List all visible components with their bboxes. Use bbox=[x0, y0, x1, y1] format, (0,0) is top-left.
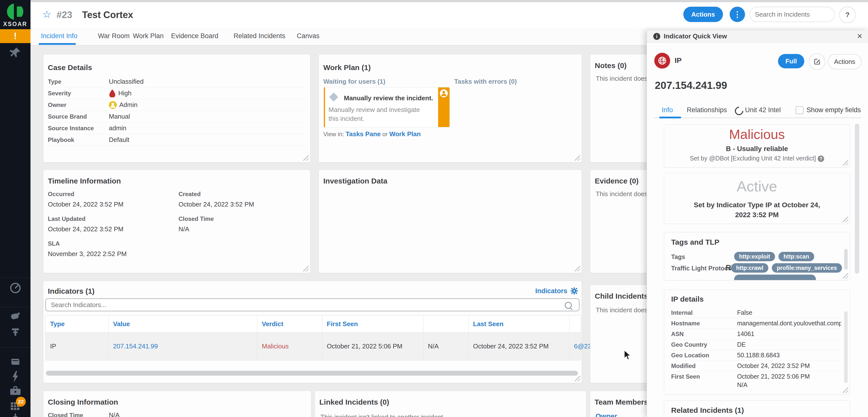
sidebar-item-automations[interactable] bbox=[0, 371, 31, 382]
tab-related-incidents[interactable]: Related Incidents bbox=[234, 32, 285, 40]
favorite-star-icon[interactable]: ☆ bbox=[42, 9, 51, 20]
ip-details-card: IP details InternalFalse Hostnamemanagem… bbox=[664, 290, 850, 395]
col-last-seen[interactable]: Last Seen bbox=[469, 315, 569, 332]
indicators-gear-icon[interactable] bbox=[570, 287, 578, 295]
tab-unit42-intel[interactable]: Unit 42 Intel bbox=[745, 106, 781, 114]
last-updated-value: October 24, 2022 3:52 PM bbox=[48, 225, 123, 233]
indicators-panel: Indicators (1) Indicators Type Value Ver… bbox=[43, 281, 582, 383]
actions-button[interactable]: Actions bbox=[683, 7, 723, 22]
sidebar-item-incidents[interactable]: ! bbox=[0, 29, 31, 43]
field-label: Type bbox=[48, 78, 109, 85]
detail-value: October 24, 2022 3:52 PM bbox=[737, 362, 810, 370]
task-description: Manually review and investigate this inc… bbox=[329, 105, 428, 123]
panel-resize-handle[interactable] bbox=[303, 266, 309, 271]
panel-title: Child Incidents ( bbox=[595, 292, 653, 300]
sidebar-item-pinned[interactable] bbox=[0, 46, 31, 59]
tab-war-room[interactable]: War Room bbox=[98, 32, 130, 40]
tab-evidence-board[interactable]: Evidence Board bbox=[171, 32, 218, 40]
sidebar-item-automation[interactable] bbox=[0, 312, 31, 321]
incident-id: #23 bbox=[57, 10, 72, 20]
panel-title: Investigation Data bbox=[323, 177, 387, 185]
sidebar-item-jobs[interactable] bbox=[0, 385, 31, 396]
table-h-scrollbar[interactable] bbox=[46, 371, 578, 376]
cell-value[interactable]: 207.154.241.99 bbox=[108, 333, 257, 360]
field-value: Default bbox=[109, 136, 129, 144]
gear-icon bbox=[10, 413, 21, 417]
work-plan-panel: Work Plan (1) Waiting for users (1) Task… bbox=[318, 54, 582, 163]
col-value[interactable]: Value bbox=[108, 315, 257, 332]
linked-empty-text: This incident isn't linked to another in… bbox=[320, 413, 443, 417]
tab-incident-info[interactable]: Incident Info bbox=[41, 32, 78, 40]
task-card[interactable]: Manually review the incident. Manually r… bbox=[324, 87, 450, 127]
question-icon[interactable]: ? bbox=[818, 155, 824, 162]
edit-indicator-button[interactable] bbox=[809, 54, 825, 70]
table-row[interactable]: IP 207.154.241.99 Malicious October 21, … bbox=[45, 333, 581, 360]
team-owner-link[interactable]: Owner bbox=[595, 412, 617, 417]
tab-canvas[interactable]: Canvas bbox=[297, 32, 319, 40]
quick-view-scrollbar[interactable] bbox=[855, 124, 859, 274]
tab-relationships[interactable]: Relationships bbox=[687, 106, 727, 114]
col-expiration[interactable] bbox=[424, 315, 469, 332]
info-tab-underline bbox=[659, 117, 681, 118]
tab-info[interactable]: Info bbox=[662, 106, 673, 114]
cell-last-seen: October 24, 2022 3:52 PM bbox=[469, 333, 569, 360]
panel-resize-handle[interactable] bbox=[575, 266, 580, 271]
col-first-seen[interactable]: First Seen bbox=[322, 315, 424, 332]
sidebar-item-playbooks[interactable] bbox=[0, 356, 31, 367]
field-label: Owner bbox=[48, 102, 109, 108]
full-view-button[interactable]: Full bbox=[778, 54, 804, 68]
ip-details-scrollbar[interactable] bbox=[844, 311, 848, 383]
tags-card-scrollbar[interactable] bbox=[844, 249, 848, 270]
card-resize-handle[interactable] bbox=[843, 273, 848, 279]
panel-title: Indicators (1) bbox=[48, 287, 94, 296]
close-icon[interactable]: × bbox=[857, 31, 862, 41]
window-top-strip bbox=[31, 0, 868, 2]
tag-pill: http:scan bbox=[778, 252, 814, 261]
sidebar-item-settings[interactable] bbox=[0, 413, 31, 417]
sidebar-item-marketplace-pin[interactable] bbox=[0, 326, 31, 338]
sidebar-item-dashboard[interactable] bbox=[0, 282, 31, 294]
work-plan-link[interactable]: Work Plan bbox=[389, 130, 421, 138]
sidebar-item-marketplace[interactable]: 22 bbox=[0, 399, 31, 412]
field-value: Manual bbox=[109, 113, 130, 120]
active-tab-underline bbox=[39, 43, 76, 45]
card-resize-handle[interactable] bbox=[843, 387, 848, 393]
card-resize-handle[interactable] bbox=[843, 160, 848, 166]
child-incidents-empty-text: This incident does bbox=[596, 306, 648, 314]
case-details-panel: Case Details TypeUnclassified Severity H… bbox=[43, 54, 310, 163]
task-assignee-icon bbox=[440, 90, 448, 97]
col-type[interactable]: Type bbox=[45, 315, 108, 332]
indicator-type-label: IP bbox=[675, 56, 682, 65]
task-title: Manually review the incident. bbox=[344, 94, 433, 102]
show-empty-fields-label: Show empty fields bbox=[807, 106, 861, 114]
panel-resize-handle[interactable] bbox=[575, 376, 580, 381]
timeline-panel: Timeline Information Occurred October 24… bbox=[43, 170, 310, 273]
kebab-menu-button[interactable]: ⋮ bbox=[730, 7, 745, 22]
rocket-icon bbox=[10, 312, 21, 321]
verdict-reliability: B - Usually reliable bbox=[664, 145, 850, 153]
waiting-for-users-label: Waiting for users (1) bbox=[323, 78, 385, 85]
tasks-pane-link[interactable]: Tasks Pane bbox=[346, 130, 380, 138]
indicators-link-label[interactable]: Indicators bbox=[535, 287, 567, 295]
occurred-value: October 24, 2022 3:52 PM bbox=[48, 201, 123, 208]
indicators-search-input[interactable] bbox=[45, 299, 580, 311]
tab-work-plan[interactable]: Work Plan bbox=[133, 32, 164, 40]
show-empty-fields-checkbox[interactable] bbox=[796, 106, 804, 114]
panel-resize-handle[interactable] bbox=[303, 155, 309, 161]
card-resize-handle[interactable] bbox=[843, 217, 848, 222]
t-pin-icon bbox=[10, 326, 21, 338]
help-button[interactable]: ? bbox=[839, 7, 856, 23]
sla-value: November 3, 2022 2:52 PM bbox=[48, 250, 127, 258]
indicator-actions-button[interactable]: Actions bbox=[828, 54, 862, 69]
tags-row-1: http:exploit http:scan bbox=[734, 252, 818, 261]
sidebar-logo[interactable]: XSOAR bbox=[0, 3, 31, 28]
col-verdict[interactable]: Verdict bbox=[257, 315, 322, 332]
incident-search-input[interactable] bbox=[749, 7, 835, 22]
pin-icon bbox=[9, 46, 21, 59]
detail-label: Geo Country bbox=[671, 341, 737, 348]
panel-resize-handle[interactable] bbox=[575, 155, 580, 161]
detail-label: ASN bbox=[671, 331, 737, 338]
indicators-table: Type Value Verdict First Seen Last Seen … bbox=[45, 315, 581, 360]
detail-label: Geo Location bbox=[671, 352, 737, 359]
indicators-settings-link[interactable]: Indicators bbox=[535, 287, 578, 295]
